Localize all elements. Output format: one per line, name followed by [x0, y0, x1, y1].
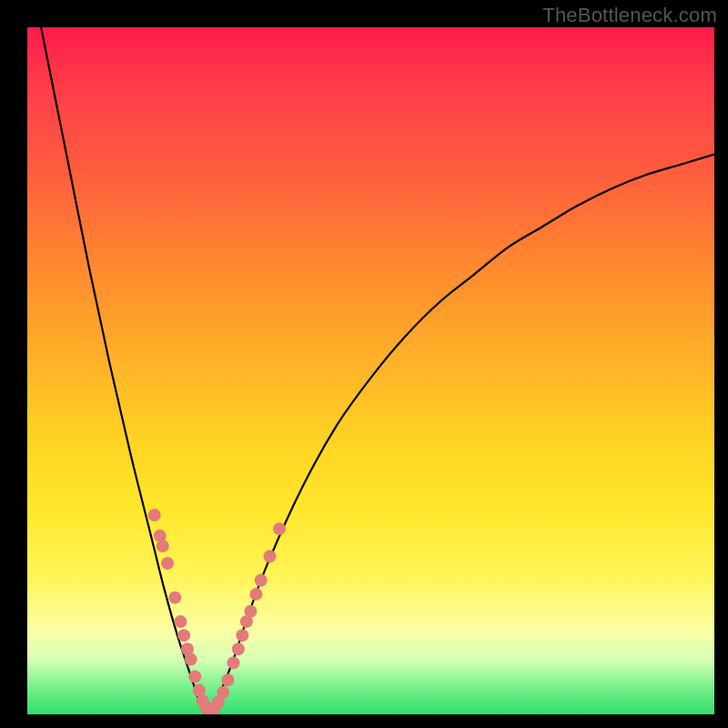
- data-marker: [157, 540, 169, 552]
- data-marker: [221, 673, 234, 686]
- chart-svg: [27, 27, 714, 714]
- data-marker: [161, 557, 174, 570]
- bottleneck-curve: [27, 27, 714, 714]
- data-marker: [188, 670, 201, 682]
- data-marker: [177, 629, 190, 642]
- data-marker: [236, 629, 248, 642]
- data-marker: [148, 509, 161, 521]
- data-marker: [217, 686, 229, 699]
- data-marker: [249, 588, 262, 601]
- data-marker: [232, 642, 245, 655]
- watermark-text: TheBottleneck.com: [542, 4, 717, 27]
- data-marker: [168, 592, 181, 604]
- data-marker: [185, 653, 197, 666]
- data-marker: [255, 574, 268, 587]
- data-marker: [244, 605, 257, 618]
- data-marker: [228, 656, 240, 669]
- data-marker: [264, 550, 277, 562]
- data-markers: [148, 509, 286, 714]
- data-marker: [273, 522, 286, 535]
- data-marker: [174, 615, 187, 628]
- plot-area: [27, 27, 714, 714]
- chart-frame: TheBottleneck.com: [0, 0, 728, 728]
